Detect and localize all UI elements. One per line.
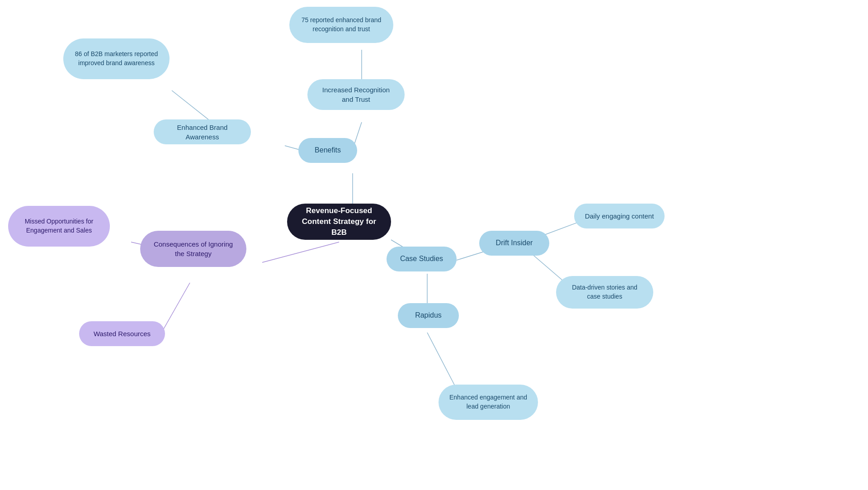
rapidus-node: Rapidus [398,303,459,328]
data-driven-node: Data-driven stories and case studies [556,276,653,309]
svg-line-13 [427,333,457,389]
svg-line-5 [262,242,339,262]
missed-opportunities-node: Missed Opportunities for Engagement and … [8,206,110,247]
drift-insider-node: Drift Insider [479,231,549,256]
consequences-node: Consequences of Ignoring the Strategy [140,231,246,267]
enhanced-brand-awareness-node: Enhanced Brand Awareness [154,119,251,144]
increased-recognition-node: Increased Recognition and Trust [307,79,405,110]
center-node: Revenue-Focused Content Strategy for B2B [287,204,391,240]
wasted-resources-node: Wasted Resources [79,321,165,346]
benefits-node: Benefits [298,138,357,163]
b2b-marketers-node: 86 of B2B marketers reported improved br… [63,38,170,79]
enhanced-engagement-node: Enhanced engagement and lead generation [439,385,538,420]
case-studies-node: Case Studies [387,247,457,271]
daily-engaging-node: Daily engaging content [574,204,665,228]
reported-enhanced-node: 75 reported enhanced brand recognition a… [289,7,393,43]
